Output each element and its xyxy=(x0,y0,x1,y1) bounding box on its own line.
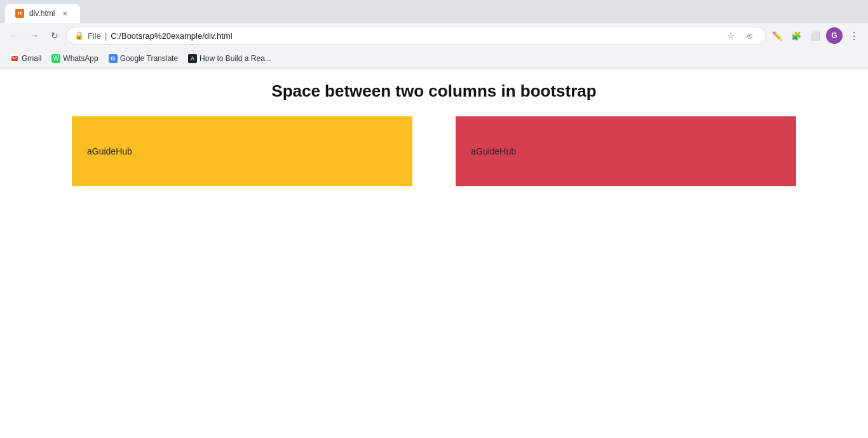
bookmark-howto-label: How to Build a Rea... xyxy=(200,54,271,63)
reload-icon: ↻ xyxy=(51,31,58,41)
chrome-menu-button[interactable]: ⋮ xyxy=(845,27,863,44)
tab-favicon: H xyxy=(15,9,24,18)
eyedropper-button[interactable]: ✏️ xyxy=(769,27,785,44)
bookmark-gmail[interactable]: Gmail xyxy=(5,51,46,65)
share-button[interactable]: ⎋ xyxy=(742,27,758,44)
forward-icon: → xyxy=(30,31,39,41)
address-right-icons: ☆ ⎋ xyxy=(722,27,758,44)
gmail-favicon xyxy=(10,54,19,63)
bookmark-gtranslate[interactable]: G Google Translate xyxy=(104,51,183,65)
address-scheme: File xyxy=(88,31,101,41)
bookmark-howto[interactable]: A How to Build a Rea... xyxy=(183,51,276,65)
extensions-icon: 🧩 xyxy=(791,31,801,41)
eyedropper-icon: ✏️ xyxy=(772,31,782,41)
window-icon: ⬜ xyxy=(810,31,820,41)
col1-label: aGuideHub xyxy=(87,146,132,156)
page-content: Space between two columns in bootstrap a… xyxy=(0,69,868,438)
menu-icon: ⋮ xyxy=(849,30,859,42)
reload-button[interactable]: ↻ xyxy=(46,27,64,44)
forward-button[interactable]: → xyxy=(25,27,43,44)
bookmarks-bar: Gmail W WhatsApp G Google Translate A Ho… xyxy=(0,48,868,69)
column-red: aGuideHub xyxy=(456,116,796,186)
address-bar[interactable]: 🔒 File | C:/Bootsrap%20example/div.html … xyxy=(66,27,766,44)
profile-letter: G xyxy=(831,31,837,40)
window-button[interactable]: ⬜ xyxy=(807,27,824,44)
howto-favicon: A xyxy=(188,54,197,63)
back-icon: ← xyxy=(10,31,18,41)
share-icon: ⎋ xyxy=(747,31,752,41)
lock-icon: 🔒 xyxy=(74,31,84,40)
back-button[interactable]: ← xyxy=(5,27,23,44)
browser-window: H div.html ✕ ← → ↻ 🔒 File | C:/Bootsrap%… xyxy=(0,0,868,438)
columns-container: aGuideHub aGuideHub xyxy=(72,116,796,186)
address-path: C:/Bootsrap%20example/div.html xyxy=(111,31,232,41)
bookmark-whatsapp[interactable]: W WhatsApp xyxy=(46,51,103,65)
address-separator: | xyxy=(105,31,107,41)
tab-title: div.html xyxy=(29,9,55,18)
col2-label: aGuideHub xyxy=(471,146,516,156)
active-tab[interactable]: H div.html ✕ xyxy=(5,4,80,23)
star-icon: ☆ xyxy=(727,31,735,41)
navigation-bar: ← → ↻ 🔒 File | C:/Bootsrap%20example/div… xyxy=(0,23,868,48)
bookmark-gtranslate-label: Google Translate xyxy=(120,54,178,63)
gtranslate-favicon: G xyxy=(109,54,118,63)
column-yellow: aGuideHub xyxy=(72,116,412,186)
bookmark-gmail-label: Gmail xyxy=(22,54,41,63)
bookmark-whatsapp-label: WhatsApp xyxy=(63,54,98,63)
profile-button[interactable]: G xyxy=(826,27,843,44)
tab-bar: H div.html ✕ xyxy=(0,0,868,23)
page-title: Space between two columns in bootstrap xyxy=(13,81,855,101)
extensions-button[interactable]: 🧩 xyxy=(788,27,804,44)
tab-close-button[interactable]: ✕ xyxy=(60,8,70,18)
whatsapp-favicon: W xyxy=(51,54,60,63)
bookmark-star-button[interactable]: ☆ xyxy=(722,27,739,44)
